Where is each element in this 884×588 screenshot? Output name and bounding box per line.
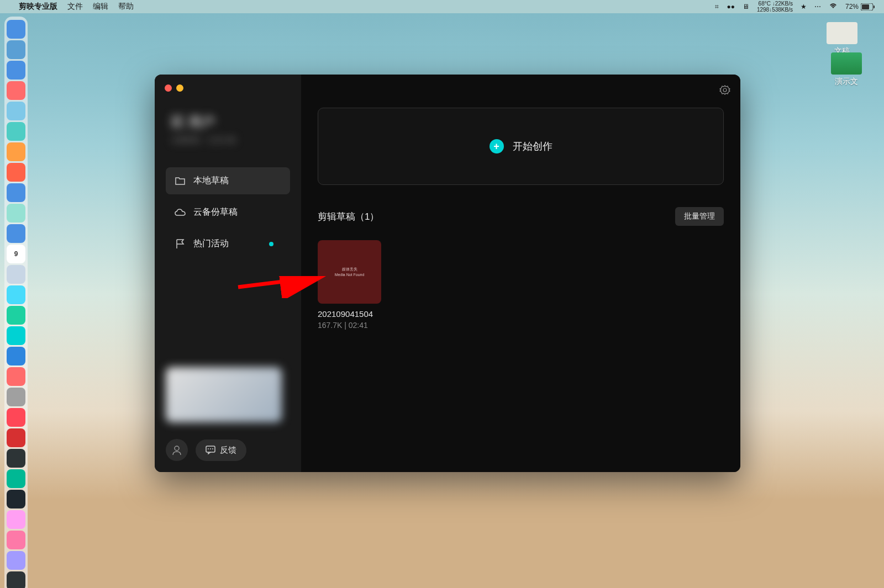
draft-thumbnail: 媒体丢失 Media Not Found [318, 240, 381, 304]
draft-meta: 167.7K | 02:41 [318, 321, 381, 330]
desktop-file-doc[interactable]: 文稿 [827, 22, 857, 56]
dock-app-icon[interactable] [7, 204, 25, 223]
menu-edit[interactable]: 编辑 [93, 2, 108, 12]
settings-icon[interactable] [719, 84, 730, 98]
dock-app-icon[interactable] [7, 102, 25, 120]
profile-section[interactable]: 区 用户 在剪映剪，主演大幕 [166, 108, 290, 151]
dock-app-icon[interactable] [7, 265, 25, 284]
drafts-title: 剪辑草稿（1） [318, 210, 379, 223]
dots-icon[interactable]: ⋯ [814, 3, 821, 10]
close-button[interactable] [165, 84, 172, 92]
dock-app-icon[interactable] [7, 367, 25, 386]
dock-app-icon[interactable] [7, 551, 25, 570]
dock-app-icon[interactable] [7, 326, 25, 345]
dock-app-icon[interactable] [7, 183, 25, 202]
dock-app-icon[interactable] [7, 224, 25, 243]
dock-app-icon[interactable] [7, 306, 25, 325]
dock-app-icon[interactable] [7, 428, 25, 447]
dock-app-icon[interactable] [7, 61, 25, 80]
dock-app-icon[interactable] [7, 20, 25, 39]
app-name[interactable]: 剪映专业版 [19, 2, 57, 12]
draft-card[interactable]: 媒体丢失 Media Not Found 202109041504 167.7K… [318, 240, 381, 330]
menubar-extra-icon[interactable]: 🖥 [743, 3, 749, 10]
promo-banner[interactable] [166, 367, 282, 422]
cloud-icon [175, 209, 186, 216]
chat-icon [206, 446, 215, 454]
svg-rect-2 [874, 6, 875, 8]
menubar: 剪映专业版 文件 编辑 帮助 ⌗ ●● 🖥 68°C ↓22KB/s 1298↓… [0, 0, 884, 13]
dock-app-icon[interactable] [7, 285, 25, 304]
dock-app-icon[interactable] [7, 449, 25, 468]
batch-manage-button[interactable]: 批量管理 [675, 207, 724, 226]
dock-app-icon[interactable]: 9 [7, 245, 25, 263]
draft-name: 202109041504 [318, 309, 381, 319]
dock-app-icon[interactable] [7, 122, 25, 141]
flag-icon [175, 239, 186, 249]
dock-app-icon[interactable] [7, 142, 25, 161]
plus-icon: + [490, 139, 504, 153]
minimize-button[interactable] [176, 84, 183, 92]
notification-dot-icon [269, 242, 273, 246]
sidebar-item-label: 热门活动 [193, 238, 229, 250]
sidebar-item-hot-events[interactable]: 热门活动 [166, 230, 290, 257]
system-stats[interactable]: 68°C ↓22KB/s 1298↓538KB/s [757, 1, 793, 13]
dock-app-icon[interactable] [7, 81, 25, 100]
dock-app-icon[interactable] [7, 408, 25, 427]
sidebar: 区 用户 在剪映剪，主演大幕 本地草稿 云备份草稿 热门活动 [155, 75, 301, 472]
app-window: 区 用户 在剪映剪，主演大幕 本地草稿 云备份草稿 热门活动 [155, 75, 740, 472]
dock-app-icon[interactable] [7, 163, 25, 182]
sidebar-item-label: 本地草稿 [193, 175, 229, 187]
main-content: + 开始创作 剪辑草稿（1） 批量管理 媒体丢失 Media Not Found… [301, 75, 740, 472]
dock-app-icon[interactable] [7, 469, 25, 488]
menu-help[interactable]: 帮助 [118, 2, 134, 12]
desktop-file-pres[interactable]: 演示文 [831, 52, 862, 87]
svg-point-5 [208, 448, 209, 449]
dock-app-icon[interactable] [7, 388, 25, 406]
dock-app-icon[interactable] [7, 531, 25, 549]
dock: 9 [4, 17, 28, 588]
sidebar-item-cloud-backup[interactable]: 云备份草稿 [166, 199, 290, 226]
svg-point-3 [175, 446, 179, 451]
svg-rect-1 [862, 4, 869, 9]
dock-app-icon[interactable] [7, 571, 25, 588]
menubar-extra-icon[interactable]: ⌗ [715, 3, 719, 10]
start-create-button[interactable]: + 开始创作 [318, 108, 724, 185]
profile-button[interactable] [166, 439, 188, 461]
dock-app-icon[interactable] [7, 490, 25, 508]
sidebar-item-label: 云备份草稿 [193, 206, 238, 218]
svg-point-6 [210, 448, 211, 449]
wifi-icon[interactable] [829, 3, 838, 11]
sidebar-item-local-drafts[interactable]: 本地草稿 [166, 167, 290, 194]
feedback-button[interactable]: 反馈 [196, 439, 246, 461]
menu-file[interactable]: 文件 [67, 2, 83, 12]
menubar-extra-icon[interactable]: ●● [727, 3, 735, 10]
dock-app-icon[interactable] [7, 347, 25, 365]
star-icon[interactable]: ★ [801, 3, 807, 10]
window-controls [165, 84, 183, 92]
battery-indicator[interactable]: 72% [845, 3, 875, 10]
svg-point-7 [212, 448, 213, 449]
dock-app-icon[interactable] [7, 510, 25, 529]
dock-app-icon[interactable] [7, 40, 25, 59]
folder-icon [175, 177, 186, 185]
